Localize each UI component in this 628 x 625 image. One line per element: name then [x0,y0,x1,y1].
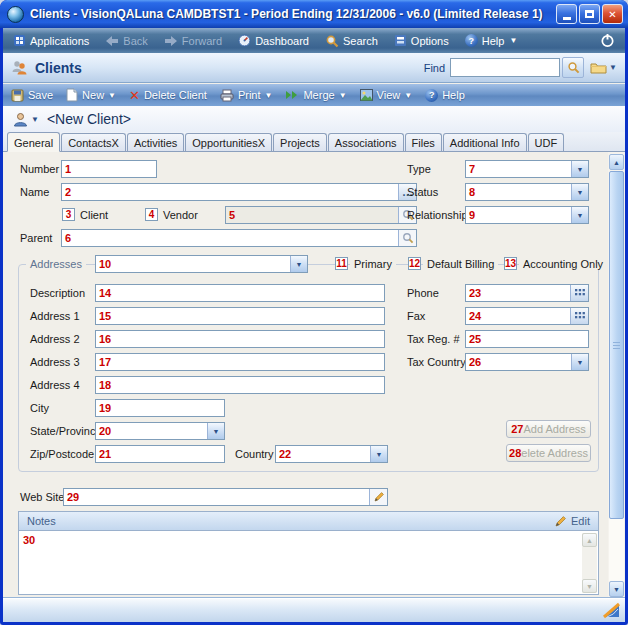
maximize-icon [585,10,594,18]
parent-field[interactable]: 6 [61,229,417,247]
save-icon [11,89,24,102]
chevron-down-icon[interactable]: ▼ [207,423,224,439]
tax-reg-field[interactable]: 25 [465,330,589,348]
tab-activities[interactable]: Activities [127,133,184,151]
tax-country-combobox[interactable]: 26▼ [465,353,589,371]
add-address-button[interactable]: 27Add Address [506,420,591,438]
menu-back[interactable]: Back [105,35,147,47]
notes-header: Notes Edit [19,512,598,531]
tax-country-label: Tax Country [407,356,466,368]
page-header: Clients Find ▼ [3,53,625,83]
folder-menu-button[interactable]: ▼ [590,61,617,74]
tab-udf[interactable]: UDF [528,133,565,151]
web-site-edit-button[interactable] [369,489,387,505]
default-billing-checkbox[interactable]: 12 [408,257,421,270]
scroll-up-icon[interactable]: ▲ [582,533,597,547]
zip-postcode-field[interactable]: 21 [95,445,225,463]
tab-opportunitiesx[interactable]: OpportunitiesX [185,133,272,151]
status-combobox[interactable]: 8▼ [465,183,589,201]
new-button[interactable]: New ▼ [66,88,116,102]
maximize-button[interactable] [579,4,600,24]
view-image-icon [360,89,373,101]
accounting-only-checkbox[interactable]: 13 [504,257,517,270]
menu-options[interactable]: Options [394,34,449,47]
client-checkbox[interactable]: 3 [62,208,75,221]
chevron-down-icon[interactable]: ▼ [571,207,588,223]
fax-grid-button[interactable] [570,308,588,324]
merge-button[interactable]: Merge ▼ [285,89,346,101]
notes-textarea[interactable]: 30 ▲ ▼ [19,532,598,594]
form-content: Number 1 Type 7▼ Name 2… Status 8▼ 3 [3,152,625,598]
scroll-down-button[interactable]: ▼ [609,581,624,597]
pencil-icon [554,515,567,528]
number-field[interactable]: 1 [61,160,157,178]
delete-client-button[interactable]: ✕ Delete Client [129,89,207,101]
name-field[interactable]: 2… [61,183,417,201]
address1-label: Address 1 [30,310,80,322]
chevron-down-icon[interactable]: ▼ [571,184,588,200]
menu-forward[interactable]: Forward [164,35,222,47]
menu-help[interactable]: ? Help ▼ [465,34,518,47]
menu-dashboard[interactable]: Dashboard [238,34,309,47]
vendor-checkbox[interactable]: 4 [145,208,158,221]
scrollbar-thumb[interactable] [609,171,624,519]
tab-additional-info[interactable]: Additional Info [443,133,527,151]
notes-edit-button[interactable]: Edit [554,515,590,528]
relationship-label: Relationship [407,209,468,221]
find-search-button[interactable] [562,57,584,78]
zip-postcode-label: Zip/Postcode [30,448,94,460]
phone-label: Phone [407,287,439,299]
record-header: ▼ <New Client> [3,106,625,132]
tab-contactsx[interactable]: ContactsX [61,133,126,151]
save-button[interactable]: Save [11,89,53,102]
vendor-lookup-field[interactable]: 5 [225,206,417,224]
find-input[interactable] [450,58,560,77]
print-button[interactable]: Print ▼ [220,89,273,102]
address4-field[interactable]: 18 [95,376,385,394]
fax-field[interactable]: 24 [465,307,589,325]
scroll-down-icon[interactable]: ▼ [582,579,597,593]
minimize-button[interactable] [556,4,577,24]
address-selector-combobox[interactable]: 10▼ [95,255,308,273]
menu-applications[interactable]: Applications [13,34,89,47]
power-button[interactable] [600,33,615,48]
main-scrollbar[interactable]: ▲ ▼ [608,152,625,598]
scroll-up-button[interactable]: ▲ [609,154,624,170]
menu-search[interactable]: Search [325,34,378,48]
panel-fold-icon[interactable] [602,602,621,619]
tab-general[interactable]: General [7,132,60,152]
scrollbar-track[interactable] [609,519,624,581]
tab-files[interactable]: Files [405,133,442,151]
notes-scrollbar[interactable]: ▲ ▼ [582,533,597,593]
tab-associations[interactable]: Associations [328,133,404,151]
chevron-down-icon[interactable]: ▼ [571,354,588,370]
phone-field[interactable]: 23 [465,284,589,302]
view-button[interactable]: View ▼ [360,89,413,101]
minimize-icon [563,17,571,20]
help-button[interactable]: ? Help [425,89,465,102]
close-button[interactable]: ✕ [602,4,623,24]
type-combobox[interactable]: 7▼ [465,160,589,178]
city-field[interactable]: 19 [95,399,225,417]
phone-grid-button[interactable] [570,285,588,301]
address1-field[interactable]: 15 [95,307,385,325]
find-label: Find [424,62,445,74]
primary-checkbox[interactable]: 11 [335,257,348,270]
notes-panel: Notes Edit 30 ▲ ▼ [18,511,599,595]
description-field[interactable]: 14 [95,284,385,302]
options-icon [394,34,407,47]
chevron-down-icon[interactable]: ▼ [571,161,588,177]
chevron-down-icon[interactable]: ▼ [290,256,307,272]
country-combobox[interactable]: 22▼ [275,445,388,463]
address3-field[interactable]: 17 [95,353,385,371]
tab-projects[interactable]: Projects [273,133,327,151]
lookup-button[interactable] [398,230,416,246]
parent-label: Parent [20,232,52,244]
relationship-combobox[interactable]: 9▼ [465,206,589,224]
web-site-field[interactable]: 29 [63,488,388,506]
chevron-down-icon[interactable]: ▼ [370,446,387,462]
state-province-combobox[interactable]: 20▼ [95,422,225,440]
address2-field[interactable]: 16 [95,330,385,348]
delete-address-button[interactable]: 28elete Address [506,444,591,462]
record-menu-button[interactable]: ▼ [13,112,39,127]
